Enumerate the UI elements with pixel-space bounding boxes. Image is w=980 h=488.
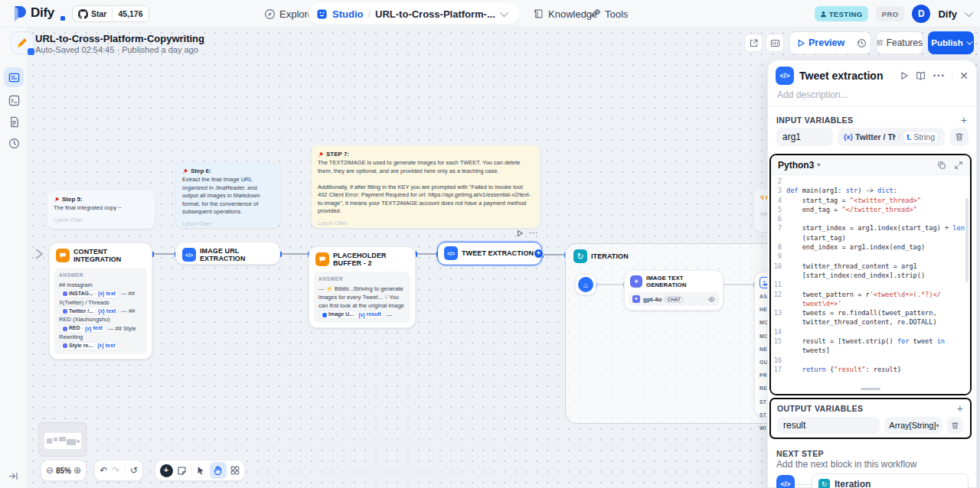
preview-button[interactable]: Preview bbox=[790, 37, 851, 48]
description-placeholder[interactable]: Add description... bbox=[777, 89, 848, 100]
redo-icon[interactable]: ↷ bbox=[112, 465, 119, 476]
avatar[interactable]: D bbox=[912, 5, 930, 23]
docs-icon[interactable] bbox=[916, 71, 926, 81]
app-icon[interactable] bbox=[11, 31, 34, 54]
output-variable-name[interactable]: result bbox=[777, 417, 880, 434]
nav-knowledge[interactable]: Knowledge bbox=[534, 0, 597, 28]
code-node-icon bbox=[322, 313, 327, 317]
variable-icon: {x} bbox=[844, 133, 853, 141]
add-note-icon[interactable] bbox=[177, 466, 187, 476]
user-icon bbox=[820, 11, 827, 18]
account-chevron-icon[interactable] bbox=[965, 8, 973, 17]
zoom-out-icon[interactable]: ⊖ bbox=[46, 465, 54, 476]
delete-input-variable-button[interactable] bbox=[950, 128, 969, 146]
breadcrumb-separator: / bbox=[368, 8, 371, 20]
studio-icon bbox=[316, 8, 328, 20]
hand-mode-icon[interactable] bbox=[210, 462, 227, 479]
node-tweet-extraction[interactable]: </> TWEET EXTRACTION bbox=[437, 242, 542, 265]
answer-node-icon bbox=[56, 249, 70, 262]
node-title: PLACEHOLDER BUFFER - 2 bbox=[333, 252, 409, 267]
sidebar-item-logs[interactable] bbox=[7, 115, 21, 129]
nav-studio[interactable]: Studio bbox=[332, 8, 363, 20]
code-scrollbar[interactable] bbox=[965, 198, 969, 282]
run-this-step-icon[interactable] bbox=[900, 71, 909, 80]
chevron-down-icon[interactable] bbox=[500, 8, 508, 17]
more-options-icon[interactable]: ··· bbox=[529, 229, 538, 237]
add-output-variable-button[interactable]: + bbox=[957, 403, 963, 414]
node-placeholder-buffer[interactable]: PLACEHOLDER BUFFER - 2 ANSWER --- ⚡ Bibi… bbox=[309, 246, 416, 328]
add-next-node-handle[interactable]: + bbox=[534, 249, 544, 259]
trash-icon bbox=[951, 421, 959, 430]
pointer-mode-icon[interactable] bbox=[196, 466, 205, 475]
zoom-in-icon[interactable]: ⊕ bbox=[74, 465, 81, 476]
publish-chevron-icon bbox=[966, 38, 972, 44]
tools-icon bbox=[590, 8, 601, 19]
sticky-note-step5[interactable]: Step 5: The final integrated copy ~ Lyso… bbox=[47, 190, 155, 229]
variable-chip[interactable]: RED/{x}text bbox=[60, 324, 106, 333]
note-author: Lyson Ober bbox=[318, 220, 534, 226]
breadcrumb[interactable]: Studio / URL-to-Cross-Platform-... bbox=[309, 3, 520, 24]
run-history-button[interactable] bbox=[851, 38, 872, 48]
input-variable-source[interactable]: {x} Twitter / Threads / t.String bbox=[838, 128, 945, 146]
minimap[interactable] bbox=[38, 422, 87, 457]
sidebar-item-annotations[interactable] bbox=[7, 136, 21, 150]
dify-logo-text[interactable]: Dify bbox=[31, 5, 54, 21]
next-step-target[interactable]: ↻ Iteration bbox=[812, 473, 969, 488]
model-name: gpt-4o bbox=[643, 296, 662, 303]
code-editor[interactable]: Python3 ▾ 23def main(arg1: str) -> dict:… bbox=[769, 154, 972, 395]
chevron-down-icon: ▾ bbox=[936, 422, 939, 429]
variable-chip[interactable]: INSTAG.../{x}text bbox=[60, 290, 119, 298]
input-variables-label: INPUT VARIABLES bbox=[776, 115, 853, 125]
pro-badge[interactable]: PRO bbox=[876, 6, 905, 21]
delete-output-variable-button[interactable] bbox=[947, 417, 963, 434]
features-button[interactable]: Features bbox=[876, 31, 923, 54]
env-variables-icon bbox=[770, 38, 780, 48]
run-node-icon[interactable] bbox=[516, 229, 524, 237]
editor-resize-handle[interactable] bbox=[861, 388, 880, 390]
sticky-note-step7[interactable]: STEP 7: The TEXT2IMAGE is used to genera… bbox=[312, 145, 540, 228]
llm-node-icon bbox=[63, 309, 67, 314]
output-variables-section: OUTPUT VARIABLES + result Array[String]▾ bbox=[769, 398, 972, 439]
model-selector[interactable]: ✦ gpt-4o CHAT bbox=[629, 292, 719, 306]
env-variables-button[interactable] bbox=[766, 34, 784, 52]
close-icon[interactable]: ✕ bbox=[959, 70, 969, 82]
github-star-button[interactable]: Star 45,176 bbox=[72, 5, 149, 22]
node-image-url-extraction[interactable]: </> IMAGE URL EXTRACTION bbox=[175, 242, 280, 265]
variable-chip[interactable]: Twitter /.../{x}text bbox=[60, 307, 119, 315]
undo-icon[interactable]: ↶ bbox=[100, 465, 107, 476]
nav-tools[interactable]: Tools bbox=[590, 0, 628, 28]
collapse-right-icon bbox=[8, 471, 18, 481]
sidebar-item-orchestrate[interactable] bbox=[4, 67, 24, 87]
organize-blocks-icon[interactable] bbox=[230, 466, 240, 475]
code-content[interactable]: 23def main(arg1: str) -> dict:4 start_ta… bbox=[771, 175, 970, 394]
output-variable-type-select[interactable]: Array[String]▾ bbox=[884, 417, 942, 434]
zoom-bar: ⊖ 85% ⊕ bbox=[41, 460, 87, 481]
code-language-selector[interactable]: Python3 bbox=[778, 160, 814, 171]
copy-icon[interactable] bbox=[937, 161, 946, 170]
more-options-icon[interactable]: ··· bbox=[933, 69, 945, 83]
publish-button[interactable]: Publish bbox=[928, 31, 974, 54]
iteration-start-node[interactable]: ⌂ bbox=[575, 274, 596, 295]
dify-workflow-editor: Dify Star 45,176 Explore Studio / URL-to… bbox=[0, 0, 980, 488]
variable-chip[interactable]: Style re.../{x}text bbox=[60, 342, 118, 350]
collapse-sidebar-button[interactable] bbox=[5, 467, 21, 484]
panel-title[interactable]: Tweet extraction bbox=[799, 70, 894, 82]
sticky-note-step6[interactable]: Step 6: Extract the final Image URL orga… bbox=[176, 162, 280, 228]
view-history-icon[interactable]: ↺ bbox=[130, 465, 138, 476]
nav-explore[interactable]: Explore bbox=[264, 0, 313, 28]
account-name[interactable]: Dify bbox=[938, 8, 957, 20]
input-variable-name[interactable]: arg1 bbox=[776, 128, 833, 146]
zoom-level[interactable]: 85% bbox=[56, 467, 71, 475]
dify-logo-icon[interactable] bbox=[9, 5, 28, 23]
add-block-button[interactable]: + bbox=[160, 464, 173, 477]
llm-node-icon bbox=[63, 291, 67, 296]
sidebar-item-api[interactable] bbox=[7, 93, 21, 107]
node-image-text-generation[interactable]: ✶ IMAGE TEXT GENERATION ✦ gpt-4o CHAT bbox=[624, 270, 724, 311]
expand-icon[interactable] bbox=[954, 161, 963, 170]
open-in-explore-button[interactable] bbox=[744, 34, 763, 52]
add-input-variable-button[interactable]: + bbox=[961, 115, 967, 125]
breadcrumb-app-name[interactable]: URL-to-Cross-Platform-... bbox=[375, 8, 495, 20]
node-content-integration[interactable]: CONTENT INTEGRATION ANSWER ## Instagram … bbox=[49, 242, 152, 359]
node-title: TWEET EXTRACTION bbox=[462, 249, 534, 257]
variable-chip[interactable]: Image U.../{x}result bbox=[319, 311, 384, 319]
